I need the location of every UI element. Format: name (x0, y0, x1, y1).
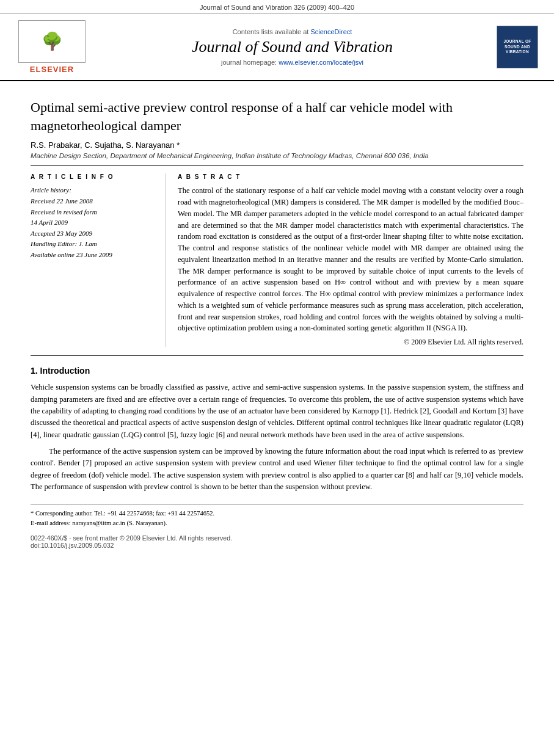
elsevier-tree-icon: 🌳 (42, 33, 63, 50)
elsevier-brand-label: ELSEVIER (30, 65, 74, 74)
article-history: Article history: Received 22 June 2008 R… (31, 185, 153, 260)
copyright-line: © 2009 Elsevier Ltd. All rights reserved… (178, 338, 523, 347)
received-revised-label: Received in revised form (31, 207, 153, 218)
front-matter-notice: 0022-460X/$ - see front matter © 2009 El… (31, 534, 523, 542)
revised-date: 14 April 2009 (31, 217, 153, 228)
journal-reference-bar: Journal of Sound and Vibration 326 (2009… (0, 0, 554, 14)
elsevier-logo-box: 🌳 (18, 20, 86, 63)
sciencedirect-label: Contents lists available at ScienceDirec… (92, 28, 493, 35)
corresponding-tel: * Corresponding author. Tel.: +91 44 225… (31, 509, 523, 518)
journal-center: Contents lists available at ScienceDirec… (92, 28, 493, 66)
right-logo-box: JOURNAL OFSOUND ANDVIBRATION (497, 26, 538, 68)
title-rule (31, 165, 523, 166)
handling-editor: Handling Editor: J. Lam (31, 239, 153, 250)
journal-logo-right: JOURNAL OFSOUND ANDVIBRATION (493, 26, 542, 68)
article-info-column: A R T I C L E I N F O Article history: R… (31, 173, 153, 347)
email-note: E-mail address: narayans@iitm.ac.in (S. … (31, 518, 523, 528)
right-logo-title: JOURNAL OFSOUND ANDVIBRATION (503, 39, 531, 54)
footer-rule (31, 504, 523, 505)
homepage-link[interactable]: www.elsevier.com/locate/jsvi (279, 59, 363, 66)
bottom-bar: 0022-460X/$ - see front matter © 2009 El… (31, 534, 523, 549)
accepted-date: Accepted 23 May 2009 (31, 228, 153, 239)
elsevier-logo-area: 🌳 ELSEVIER (12, 20, 92, 74)
main-content: Optimal semi-active preview control resp… (0, 81, 554, 561)
article-title: Optimal semi-active preview control resp… (31, 98, 523, 134)
column-divider (165, 173, 166, 347)
affiliation: Machine Design Section, Department of Me… (31, 152, 523, 159)
article-info-section-label: A R T I C L E I N F O (31, 173, 153, 180)
journal-homepage-label: journal homepage: www.elsevier.com/locat… (92, 59, 493, 66)
doi-text: doi:10.1016/j.jsv.2009.05.032 (31, 542, 523, 549)
journal-title: Journal of Sound and Vibration (92, 38, 493, 56)
intro-paragraph-2: The performance of the active suspension… (31, 446, 523, 493)
intro-paragraph-1: Vehicle suspension systems can be broadl… (31, 382, 523, 441)
abstract-column: A B S T R A C T The control of the stati… (178, 173, 523, 347)
journal-header: 🌳 ELSEVIER Contents lists available at S… (0, 14, 554, 81)
journal-reference-text: Journal of Sound and Vibration 326 (2009… (200, 4, 354, 11)
footnote-corresponding: * Corresponding author. Tel.: +91 44 225… (31, 509, 523, 529)
article-info-abstract-columns: A R T I C L E I N F O Article history: R… (31, 173, 523, 347)
abstract-section-label: A B S T R A C T (178, 173, 523, 180)
authors: R.S. Prabakar, C. Sujatha, S. Narayanan … (31, 140, 523, 150)
history-label: Article history: (31, 185, 153, 196)
introduction-heading: 1. Introduction (31, 366, 523, 376)
abstract-text: The control of the stationary response o… (178, 185, 523, 334)
page-wrapper: Journal of Sound and Vibration 326 (2009… (0, 0, 554, 756)
received-date: Received 22 June 2008 (31, 196, 153, 207)
section-divider-rule (31, 355, 523, 356)
available-online: Available online 23 June 2009 (31, 250, 153, 261)
sciencedirect-link[interactable]: ScienceDirect (310, 28, 352, 35)
